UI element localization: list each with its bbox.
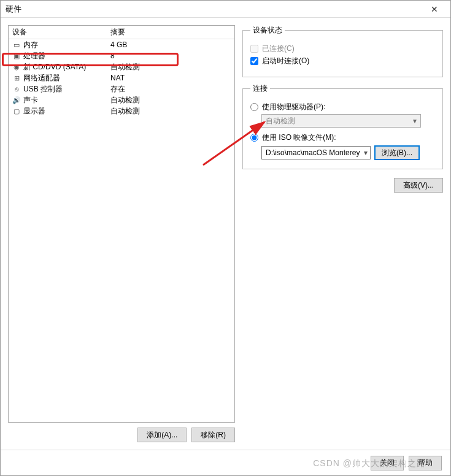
- physical-drive-radio[interactable]: [250, 103, 258, 111]
- device-name: 新 CD/DVD (SATA): [23, 62, 86, 72]
- table-row[interactable]: ▢显示器 自动检测: [9, 106, 234, 117]
- close-button[interactable]: 关闭: [371, 456, 404, 470]
- table-row[interactable]: ▣处理器 8: [9, 50, 234, 61]
- connect-on-start-label[interactable]: 启动时连接(O): [262, 56, 309, 66]
- help-button[interactable]: 帮助: [409, 456, 442, 470]
- iso-file-label[interactable]: 使用 ISO 映像文件(M):: [262, 132, 336, 143]
- physical-drive-value: 自动检测: [266, 116, 295, 126]
- sound-icon: 🔊: [12, 96, 21, 104]
- display-icon: ▢: [12, 107, 21, 115]
- device-summary: 8: [107, 52, 234, 60]
- connected-label: 已连接(C): [262, 44, 295, 54]
- iso-file-value: D:\iso\mac\macOS Monterey: [266, 148, 360, 157]
- connected-checkbox: [250, 45, 258, 53]
- left-buttons: 添加(A)... 移除(R): [8, 428, 235, 442]
- cpu-icon: ▣: [12, 52, 21, 60]
- network-icon: ⊞: [12, 74, 21, 82]
- close-icon[interactable]: ✕: [423, 2, 445, 16]
- device-summary: 自动检测: [107, 62, 234, 72]
- device-summary: 自动检测: [107, 95, 234, 106]
- hardware-dialog: 硬件 ✕ 设备 摘要 ▭内存 4 GB ▣处理器 8 ◉新 CD/DVD (: [0, 0, 451, 476]
- remove-button[interactable]: 移除(R): [191, 428, 235, 442]
- device-summary: NAT: [107, 74, 234, 82]
- device-summary: 存在: [107, 84, 234, 94]
- device-summary: 4 GB: [107, 40, 234, 49]
- connection-group: 连接 使用物理驱动器(P): 自动检测 使用 ISO 映像文件(M): D:\i…: [242, 83, 443, 169]
- dialog-title: 硬件: [6, 4, 21, 15]
- connect-on-start-checkbox[interactable]: [250, 57, 258, 65]
- usb-icon: ⎋: [12, 85, 21, 93]
- memory-icon: ▭: [12, 40, 21, 49]
- table-row[interactable]: ◉新 CD/DVD (SATA) 自动检测: [9, 61, 234, 72]
- device-name: 声卡: [23, 95, 38, 106]
- table-row[interactable]: 🔊声卡 自动检测: [9, 94, 234, 106]
- connection-legend: 连接: [250, 83, 270, 94]
- advanced-button[interactable]: 高级(V)...: [394, 178, 443, 193]
- right-panel: 设备状态 已连接(C) 启动时连接(O) 连接 使用物理驱动器(P): 自动检测: [242, 25, 443, 442]
- device-table: 设备 摘要 ▭内存 4 GB ▣处理器 8 ◉新 CD/DVD (SATA) 自…: [8, 25, 235, 423]
- status-legend: 设备状态: [250, 25, 285, 36]
- table-row[interactable]: ⊞网络适配器 NAT: [9, 72, 234, 83]
- dialog-body: 设备 摘要 ▭内存 4 GB ▣处理器 8 ◉新 CD/DVD (SATA) 自…: [1, 18, 450, 450]
- device-name: 显示器: [23, 106, 45, 117]
- table-row[interactable]: ⎋USB 控制器 存在: [9, 83, 234, 94]
- device-name: USB 控制器: [23, 84, 63, 94]
- titlebar: 硬件 ✕: [1, 1, 450, 18]
- physical-drive-label[interactable]: 使用物理驱动器(P):: [262, 102, 325, 112]
- dialog-footer: 关闭 帮助 CSDN @帅大大的架构之路: [1, 450, 450, 475]
- device-status-group: 设备状态 已连接(C) 启动时连接(O): [242, 25, 443, 77]
- device-summary: 自动检测: [107, 106, 234, 117]
- cd-icon: ◉: [12, 63, 21, 71]
- table-header: 设备 摘要: [9, 26, 234, 39]
- add-button[interactable]: 添加(A)...: [137, 428, 187, 442]
- iso-file-radio[interactable]: [250, 134, 258, 142]
- iso-file-input[interactable]: D:\iso\mac\macOS Monterey: [261, 146, 371, 159]
- header-device[interactable]: 设备: [9, 27, 107, 37]
- device-name: 内存: [23, 40, 38, 50]
- browse-button[interactable]: 浏览(B)...: [374, 145, 420, 160]
- device-name: 网络适配器: [23, 73, 60, 83]
- physical-drive-select: 自动检测: [261, 114, 421, 128]
- device-name: 处理器: [23, 51, 45, 61]
- left-panel: 设备 摘要 ▭内存 4 GB ▣处理器 8 ◉新 CD/DVD (SATA) 自…: [8, 25, 235, 442]
- header-summary[interactable]: 摘要: [107, 27, 234, 37]
- table-row[interactable]: ▭内存 4 GB: [9, 39, 234, 50]
